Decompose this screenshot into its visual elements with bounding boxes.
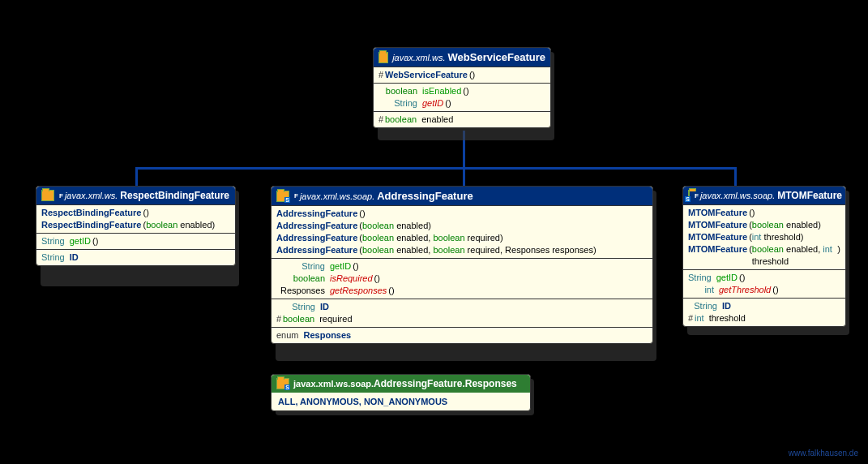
class-header: javax.xml.ws.WebServiceFeature bbox=[374, 48, 550, 67]
footer-link[interactable]: www.falkhausen.de bbox=[789, 449, 858, 458]
fields-section: #booleanenabled bbox=[374, 111, 550, 127]
class-header: SF javax.xml.ws.soap.MTOMFeature bbox=[683, 187, 845, 204]
class-name: WebServiceFeature bbox=[448, 51, 545, 63]
class-icon: S bbox=[276, 191, 289, 202]
package-label: javax.xml.ws. bbox=[392, 53, 445, 62]
class-webservicefeature: javax.xml.ws.WebServiceFeature #WebServi… bbox=[373, 47, 551, 128]
class-mtomfeature: SF javax.xml.ws.soap.MTOMFeature MTOMFea… bbox=[682, 186, 846, 327]
constructors-section: #WebServiceFeature() bbox=[374, 67, 550, 83]
final-marker: F bbox=[59, 192, 63, 200]
class-header: SF javax.xml.ws.soap.AddressingFeature bbox=[272, 187, 652, 205]
connector bbox=[135, 167, 737, 170]
enum-values: ALL, ANONYMOUS, NON_ANONYMOUS bbox=[272, 393, 530, 410]
connector bbox=[135, 167, 138, 187]
methods-section: booleanisEnabled() StringgetID() bbox=[374, 83, 550, 111]
connector bbox=[463, 167, 465, 187]
class-respectbindingfeature: F javax.xml.ws.RespectBindingFeature Res… bbox=[36, 186, 236, 266]
class-icon bbox=[41, 190, 54, 201]
class-icon: S bbox=[688, 190, 690, 201]
connector bbox=[734, 167, 737, 187]
class-header: F javax.xml.ws.RespectBindingFeature bbox=[36, 187, 235, 204]
class-addressingfeature: SF javax.xml.ws.soap.AddressingFeature A… bbox=[271, 186, 653, 344]
enum-responses: S javax.xml.ws.soap.AddressingFeature.Re… bbox=[271, 374, 531, 411]
enum-header: S javax.xml.ws.soap.AddressingFeature.Re… bbox=[272, 375, 530, 393]
enum-icon: S bbox=[276, 378, 289, 389]
class-icon bbox=[378, 52, 388, 63]
